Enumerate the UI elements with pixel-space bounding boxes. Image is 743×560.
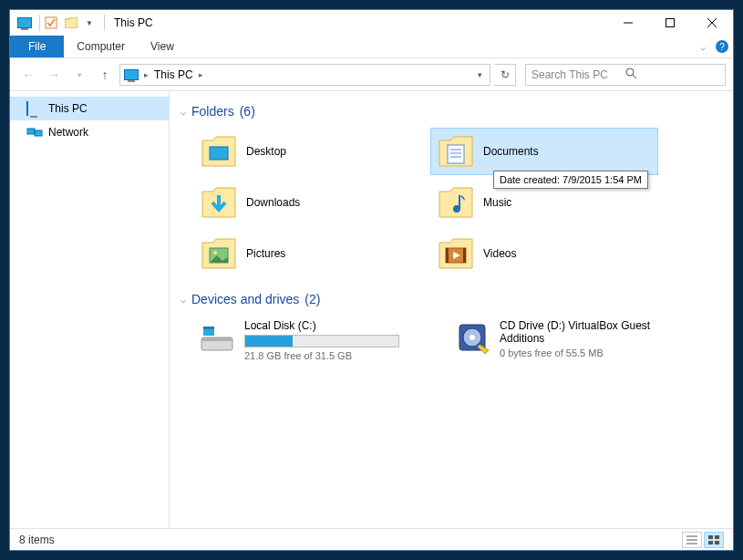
group-header-drives[interactable]: ⌵ Devices and drives (2) — [177, 286, 733, 316]
svg-rect-8 — [35, 130, 42, 136]
up-button[interactable]: ↑ — [94, 64, 116, 86]
svg-rect-30 — [708, 535, 713, 539]
svg-rect-7 — [27, 129, 35, 134]
drive-info: Local Disk (C:) 21.8 GB free of 31.5 GB — [244, 319, 434, 363]
documents-icon — [438, 133, 474, 170]
folders-grid: Desktop Documents Date created: 7/9/2015… — [177, 128, 733, 277]
svg-rect-23 — [203, 327, 214, 329]
status-bar: 8 items — [10, 528, 733, 550]
titlebar: ▼ This PC — [10, 10, 733, 36]
help-button[interactable]: ? — [711, 36, 733, 57]
view-tiles-button[interactable] — [704, 532, 724, 548]
svg-rect-19 — [463, 248, 466, 263]
drive-local-c[interactable]: Local Disk (C:) 21.8 GB free of 31.5 GB — [193, 316, 439, 367]
group-label: Folders — [191, 104, 234, 119]
app-icon — [17, 16, 32, 30]
chevron-right-icon[interactable]: ▸ — [142, 70, 150, 79]
svg-line-6 — [633, 75, 636, 78]
network-icon — [26, 126, 43, 139]
address-dropdown-icon[interactable]: ▾ — [474, 70, 486, 79]
ribbon-tabs: File Computer View ⌵ ? — [10, 36, 733, 58]
qat-newfolder-icon[interactable] — [64, 16, 78, 30]
drive-stats: 21.8 GB free of 31.5 GB — [244, 350, 434, 361]
refresh-button[interactable]: ↻ — [494, 64, 516, 86]
minimize-button[interactable] — [607, 10, 649, 36]
svg-rect-18 — [446, 248, 449, 263]
svg-point-14 — [453, 205, 460, 213]
ribbon-expand-icon[interactable]: ⌵ — [695, 36, 711, 57]
qat-dropdown-icon[interactable]: ▼ — [82, 16, 97, 30]
chevron-right-icon[interactable]: ▸ — [197, 70, 205, 79]
tab-view[interactable]: View — [138, 36, 187, 57]
quick-access-toolbar — [44, 16, 82, 30]
search-icon[interactable] — [625, 67, 719, 82]
file-menu[interactable]: File — [10, 36, 64, 57]
drive-name: Local Disk (C:) — [244, 319, 434, 332]
hdd-icon — [199, 319, 235, 356]
svg-point-5 — [626, 68, 634, 76]
folder-videos[interactable]: Videos — [430, 230, 658, 277]
drive-stats: 0 bytes free of 55.5 MB — [500, 347, 689, 358]
svg-rect-0 — [46, 17, 57, 28]
breadcrumb[interactable]: This PC — [150, 68, 197, 81]
forward-button[interactable]: → — [43, 64, 65, 86]
drives-grid: Local Disk (C:) 21.8 GB free of 31.5 GB … — [177, 316, 733, 367]
svg-rect-9 — [210, 147, 228, 160]
tab-computer[interactable]: Computer — [64, 36, 138, 57]
address-bar[interactable]: ▸ This PC ▸ ▾ — [119, 64, 490, 86]
close-button[interactable] — [691, 10, 733, 36]
folder-label: Documents — [483, 145, 539, 158]
back-button[interactable]: ← — [17, 64, 39, 86]
sidebar-item-label: Network — [48, 126, 88, 139]
folder-desktop[interactable]: Desktop — [193, 128, 421, 175]
svg-point-26 — [470, 335, 475, 340]
sidebar-item-network[interactable]: Network — [10, 120, 169, 144]
folder-documents[interactable]: Documents Date created: 7/9/2015 1:54 PM — [430, 128, 658, 175]
search-placeholder: Search This PC — [531, 68, 625, 81]
drive-cd-d[interactable]: CD Drive (D:) VirtualBox Guest Additions… — [449, 316, 695, 367]
capacity-bar — [244, 335, 399, 347]
navigation-pane: This PC Network — [10, 91, 170, 528]
drive-name: CD Drive (D:) VirtualBox Guest Additions — [500, 319, 689, 345]
address-icon — [124, 67, 139, 82]
drive-info: CD Drive (D:) VirtualBox Guest Additions… — [500, 319, 689, 363]
music-icon — [438, 184, 474, 221]
sidebar-item-this-pc[interactable]: This PC — [10, 97, 169, 120]
group-header-folders[interactable]: ⌵ Folders (6) — [177, 99, 733, 128]
folder-label: Videos — [483, 247, 516, 260]
svg-rect-31 — [715, 535, 719, 539]
folder-label: Downloads — [246, 196, 300, 209]
svg-point-16 — [213, 251, 217, 254]
content-pane[interactable]: ⌵ Folders (6) Desktop Documents Date cre… — [170, 91, 733, 528]
navigation-bar: ← → ▾ ↑ ▸ This PC ▸ ▾ ↻ Search This PC — [10, 58, 733, 91]
downloads-icon — [201, 184, 237, 221]
qat-properties-icon[interactable] — [44, 16, 58, 30]
window-title: This PC — [114, 16, 153, 29]
maximize-button[interactable] — [649, 10, 691, 36]
group-count: (2) — [304, 292, 320, 306]
folder-downloads[interactable]: Downloads — [193, 179, 421, 226]
group-label: Devices and drives — [191, 292, 299, 306]
search-input[interactable]: Search This PC — [525, 64, 726, 86]
tooltip: Date created: 7/9/2015 1:54 PM — [493, 171, 648, 189]
folder-label: Pictures — [246, 247, 285, 260]
view-details-button[interactable] — [682, 532, 702, 548]
svg-rect-21 — [201, 337, 232, 341]
svg-rect-2 — [666, 19, 675, 27]
desktop-icon — [201, 133, 237, 170]
recent-dropdown[interactable]: ▾ — [68, 64, 90, 86]
folder-pictures[interactable]: Pictures — [193, 230, 421, 277]
group-count: (6) — [240, 104, 255, 119]
explorer-window: ▼ This PC File Computer View ⌵ ? ← → ▾ ↑… — [9, 9, 734, 551]
videos-icon — [438, 235, 474, 272]
folder-label: Desktop — [246, 145, 286, 158]
cd-drive-icon — [454, 319, 490, 356]
pictures-icon — [201, 235, 237, 272]
svg-rect-32 — [708, 541, 713, 544]
chevron-down-icon: ⌵ — [181, 107, 186, 117]
status-text: 8 items — [19, 534, 55, 546]
pc-icon — [26, 102, 43, 115]
body: This PC Network ⌵ Folders (6) — [10, 91, 733, 528]
chevron-down-icon: ⌵ — [181, 295, 186, 305]
svg-rect-33 — [715, 541, 719, 544]
